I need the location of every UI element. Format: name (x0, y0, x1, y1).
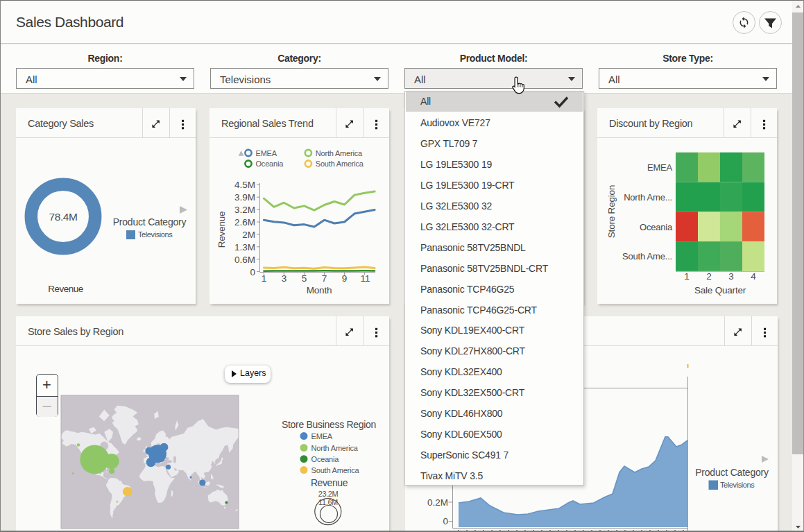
svg-text:Oceania: Oceania (640, 222, 673, 232)
svg-text:1.3M: 1.3M (234, 242, 255, 252)
svg-text:Revenue: Revenue (216, 212, 227, 248)
svg-text:Store Business Region: Store Business Region (282, 419, 376, 430)
svg-text:3.2M: 3.2M (234, 205, 255, 215)
svg-text:Oceania: Oceania (311, 455, 340, 463)
svg-text:Product Category: Product Category (695, 467, 769, 478)
svg-text:South America: South America (311, 466, 360, 474)
svg-text:0.6M: 0.6M (234, 255, 255, 265)
svg-text:Month: Month (307, 285, 332, 295)
svg-text:4: 4 (751, 271, 756, 282)
svg-text:3.9M: 3.9M (234, 192, 255, 203)
svg-text:Revenue: Revenue (48, 284, 83, 294)
svg-text:0: 0 (250, 267, 255, 277)
svg-text:Televisions: Televisions (138, 230, 173, 239)
svg-text:3: 3 (728, 271, 734, 282)
svg-text:EMEA: EMEA (311, 432, 333, 440)
svg-text:78.4M: 78.4M (49, 211, 77, 223)
svg-text:3: 3 (282, 273, 287, 284)
svg-text:2: 2 (706, 271, 712, 282)
svg-text:1: 1 (684, 271, 690, 282)
svg-text:North America: North America (311, 444, 359, 452)
svg-text:Store Region: Store Region (606, 185, 617, 238)
svg-text:South Ame...: South Ame... (622, 251, 672, 261)
svg-text:23.2M: 23.2M (318, 490, 339, 498)
svg-text:North America: North America (316, 149, 363, 157)
svg-text:0.2M: 0.2M (427, 497, 448, 508)
svg-text:EMEA: EMEA (647, 162, 673, 173)
svg-text:EMEA: EMEA (256, 149, 277, 157)
svg-text:South America: South America (316, 160, 364, 168)
svg-text:North Ame...: North Ame... (624, 192, 672, 203)
svg-text:Revenue: Revenue (311, 477, 348, 488)
svg-text:0: 0 (443, 516, 448, 526)
svg-text:5: 5 (302, 273, 307, 284)
svg-text:Oceania: Oceania (256, 160, 284, 168)
svg-text:4.5M: 4.5M (234, 180, 255, 190)
svg-text:1: 1 (262, 273, 267, 284)
svg-text:2M: 2M (242, 230, 255, 240)
svg-text:9: 9 (342, 273, 348, 284)
svg-text:11: 11 (361, 273, 370, 284)
svg-text:Televisions: Televisions (720, 481, 755, 489)
svg-text:7: 7 (322, 273, 327, 284)
svg-text:Product Category: Product Category (113, 216, 187, 228)
svg-text:2.6M: 2.6M (234, 217, 255, 228)
svg-text:Sale Quarter: Sale Quarter (694, 285, 746, 295)
